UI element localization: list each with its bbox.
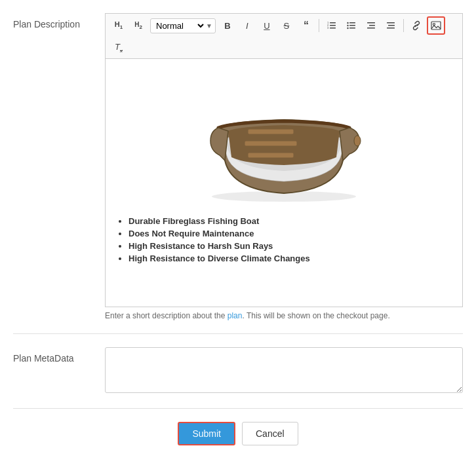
svg-rect-9	[349, 22, 355, 24]
svg-rect-11	[349, 28, 355, 29]
italic-button[interactable]: I	[238, 16, 256, 35]
format-select-arrow-icon: ▼	[206, 22, 212, 29]
svg-point-6	[347, 22, 348, 24]
help-text-suffix: . This will be shown on the checkout pag…	[242, 311, 389, 320]
toolbar-separator-1	[319, 19, 319, 32]
divider-1	[13, 333, 463, 334]
svg-rect-23	[248, 153, 294, 158]
list-item: High Resistance to Diverse Climate Chang…	[129, 253, 452, 263]
list-item: High Resistance to Harsh Sun Rays	[129, 241, 452, 251]
indent-left-button[interactable]	[362, 16, 380, 35]
list-item: Does Not Require Maintenance	[129, 229, 452, 238]
svg-rect-0	[330, 22, 336, 24]
toolbar-separator-2	[403, 19, 404, 32]
editor-content[interactable]: Durable Fibreglass Fishing Boat Does Not…	[105, 58, 463, 307]
svg-rect-2	[330, 28, 336, 29]
svg-point-7	[347, 25, 348, 26]
svg-rect-12	[367, 22, 375, 24]
underline-button[interactable]: U	[258, 16, 276, 35]
svg-rect-16	[388, 25, 395, 26]
svg-text:3: 3	[327, 26, 329, 29]
buttons-row: Submit Cancel	[13, 422, 463, 445]
svg-rect-13	[369, 25, 375, 26]
plan-description-label: Plan Description	[13, 13, 105, 31]
ordered-list-button[interactable]: 1 2 3	[323, 16, 341, 35]
svg-rect-21	[248, 129, 294, 134]
svg-point-24	[354, 136, 361, 146]
image-button[interactable]	[427, 16, 445, 35]
boat-image	[192, 69, 376, 206]
description-list: Durable Fibreglass Fishing Boat Does Not…	[115, 216, 452, 263]
format-select-wrap[interactable]: Normal Heading 1 Heading 2 Heading 3 ▼	[150, 18, 216, 33]
plan-description-field: H1 H2 Normal Heading 1 Heading 2 Heading…	[105, 13, 463, 320]
plan-metadata-label: Plan MetaData	[13, 347, 105, 366]
metadata-textarea[interactable]	[105, 347, 463, 393]
h2-button[interactable]: H2	[129, 16, 148, 35]
help-text-highlight: plan	[228, 311, 243, 320]
editor-toolbar-row2: Tx	[105, 37, 463, 58]
quote-button[interactable]: “	[297, 16, 315, 35]
plan-description-row: Plan Description H1 H2 Normal Heading 1 …	[13, 13, 463, 320]
svg-rect-1	[330, 25, 336, 26]
svg-point-8	[347, 28, 348, 29]
bold-button[interactable]: B	[218, 16, 237, 35]
svg-point-19	[433, 24, 435, 26]
h1-button[interactable]: H1	[109, 16, 128, 35]
svg-rect-15	[387, 22, 395, 24]
plan-metadata-row: Plan MetaData	[13, 347, 463, 395]
divider-2	[13, 408, 463, 409]
boat-image-container	[115, 69, 452, 206]
list-item: Durable Fibreglass Fishing Boat	[129, 216, 452, 226]
svg-rect-10	[349, 25, 355, 26]
svg-rect-17	[387, 28, 395, 29]
strikethrough-button[interactable]: S	[277, 16, 296, 35]
help-text-prefix: Enter a short description about the	[105, 311, 228, 320]
editor-help-text: Enter a short description about the plan…	[105, 311, 463, 320]
svg-rect-22	[245, 141, 297, 146]
svg-rect-18	[431, 22, 441, 29]
format-select[interactable]: Normal Heading 1 Heading 2 Heading 3	[153, 20, 206, 31]
editor-toolbar-row1: H1 H2 Normal Heading 1 Heading 2 Heading…	[105, 13, 463, 37]
plan-metadata-field	[105, 347, 463, 395]
cancel-button[interactable]: Cancel	[242, 422, 298, 445]
indent-right-button[interactable]	[382, 16, 400, 35]
svg-rect-14	[367, 28, 375, 29]
link-button[interactable]	[407, 16, 426, 35]
unordered-list-button[interactable]	[342, 16, 361, 35]
clear-format-button[interactable]: Tx	[109, 39, 128, 57]
submit-button[interactable]: Submit	[178, 422, 235, 445]
